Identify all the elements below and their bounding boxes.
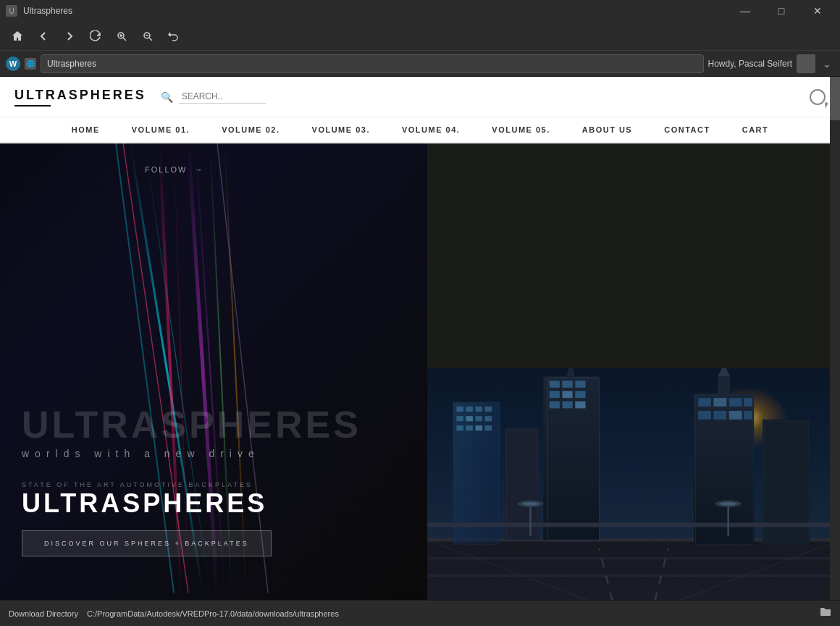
svg-rect-37: [485, 416, 492, 421]
cta-label: STATE OF THE ART AUTOMOTIVE BACKPLATES: [22, 481, 406, 488]
svg-rect-53: [550, 401, 560, 409]
app-icon: U: [6, 5, 17, 17]
svg-rect-40: [476, 425, 483, 430]
wordpress-icon[interactable]: W: [6, 57, 20, 71]
nav-contact[interactable]: CONTACT: [648, 117, 726, 142]
status-path: C:/ProgramData/Autodesk/VREDPro-17.0/dat…: [87, 609, 339, 618]
svg-rect-52: [575, 391, 585, 398]
svg-rect-34: [456, 416, 463, 421]
site-logo-block: ULTRASPHERES: [14, 88, 146, 107]
hero-right-bottom: [427, 368, 840, 600]
svg-rect-33: [485, 406, 492, 412]
refresh-button[interactable]: [84, 25, 107, 48]
cta-brand: ULTRASPHERES: [22, 488, 406, 519]
header-search: 🔍: [161, 90, 266, 104]
svg-rect-61: [713, 398, 726, 406]
nav-volume05[interactable]: VOLUME 05.: [476, 117, 566, 142]
maximize-button[interactable]: □: [765, 0, 798, 22]
follow-link[interactable]: FOLLOW →: [145, 165, 203, 174]
window-controls: — □ ✕: [728, 0, 834, 22]
svg-rect-31: [466, 406, 473, 412]
nav-volume02[interactable]: VOLUME 02.: [206, 117, 295, 142]
title-bar: U Ultraspheres — □ ✕: [0, 0, 840, 22]
svg-rect-38: [456, 425, 463, 430]
hero-right-top: [427, 143, 840, 368]
scroll-control[interactable]: ⌄: [820, 57, 834, 71]
svg-rect-47: [550, 381, 560, 388]
svg-rect-32: [476, 406, 483, 412]
zoom-in-button[interactable]: [110, 25, 133, 48]
browser-toolbar: [0, 22, 840, 51]
undo-button[interactable]: [162, 25, 185, 48]
svg-rect-58: [718, 377, 730, 396]
svg-rect-55: [575, 401, 585, 409]
website-frame: ULTRASPHERES 🔍 HOME VOLUME 01. VOLUME 02…: [0, 77, 840, 600]
svg-rect-65: [713, 411, 726, 420]
folder-icon[interactable]: [820, 606, 831, 620]
close-button[interactable]: ✕: [801, 0, 834, 22]
status-label: Download Directory: [9, 609, 78, 618]
nav-volume04[interactable]: VOLUME 04.: [386, 117, 476, 142]
svg-rect-49: [575, 381, 585, 388]
address-input[interactable]: [41, 54, 704, 73]
hero-cta-section: STATE OF THE ART AUTOMOTIVE BACKPLATES U…: [22, 481, 406, 556]
nav-volume01[interactable]: VOLUME 01.: [116, 117, 206, 142]
follow-arrow: →: [194, 165, 203, 174]
nav-about[interactable]: ABOUT US: [566, 117, 648, 142]
title-bar-left: U Ultraspheres: [6, 5, 72, 17]
svg-rect-44: [543, 377, 599, 541]
nav-cart[interactable]: CART: [726, 117, 785, 142]
address-bar-row: W 🌐 Howdy, Pascal Seifert ⌄: [0, 51, 840, 77]
nav-volume03[interactable]: VOLUME 03.: [296, 117, 386, 142]
svg-rect-36: [476, 416, 483, 421]
svg-rect-30: [456, 406, 463, 412]
howdy-text: Howdy, Pascal Seifert: [708, 59, 793, 69]
svg-rect-51: [562, 391, 572, 398]
svg-rect-63: [744, 398, 752, 406]
svg-rect-62: [729, 398, 742, 406]
svg-line-5: [149, 38, 152, 41]
hero-title-ghost: ULTRASPHERES: [22, 406, 406, 443]
search-icon: 🔍: [161, 91, 173, 103]
scrollbar-thumb[interactable]: [830, 77, 840, 120]
svg-rect-35: [466, 416, 473, 421]
home-button[interactable]: [6, 25, 29, 48]
zoom-out-button[interactable]: [136, 25, 159, 48]
svg-rect-41: [485, 425, 492, 430]
logo-underline: [14, 105, 51, 107]
svg-rect-64: [698, 411, 711, 420]
cursor-indicator: [810, 89, 826, 105]
hero-subtitle: worlds with a new drive: [22, 448, 406, 459]
svg-rect-66: [729, 411, 742, 420]
scrollbar-track[interactable]: [830, 77, 840, 600]
minimize-button[interactable]: —: [728, 0, 762, 22]
site-header: ULTRASPHERES 🔍: [0, 77, 840, 117]
site-nav: HOME VOLUME 01. VOLUME 02. VOLUME 03. VO…: [0, 117, 840, 143]
svg-point-74: [522, 502, 539, 506]
svg-rect-50: [550, 391, 560, 398]
forward-button[interactable]: [58, 25, 81, 48]
svg-rect-60: [698, 398, 711, 406]
svg-rect-70: [427, 522, 840, 527]
svg-rect-54: [562, 401, 572, 409]
hero-section: FOLLOW → ULTRASPHERES worlds with a new …: [0, 143, 840, 600]
svg-rect-39: [466, 425, 473, 430]
search-input[interactable]: [179, 90, 266, 104]
main-content: ULTRASPHERES 🔍 HOME VOLUME 01. VOLUME 02…: [0, 77, 840, 600]
cta-button[interactable]: DISCOVER OUR SPHERES + BACKPLATES: [22, 530, 272, 556]
hero-background: FOLLOW → ULTRASPHERES worlds with a new …: [0, 143, 427, 600]
hero-text-overlay: ULTRASPHERES worlds with a new drive STA…: [22, 406, 406, 556]
user-avatar: [797, 54, 815, 73]
howdy-section: Howdy, Pascal Seifert: [708, 54, 816, 73]
nav-home[interactable]: HOME: [56, 117, 116, 142]
hero-left: FOLLOW → ULTRASPHERES worlds with a new …: [0, 143, 427, 600]
svg-rect-71: [427, 542, 840, 600]
svg-line-1: [123, 38, 126, 41]
window-title: Ultraspheres: [23, 6, 72, 16]
city-skyline-svg: [427, 368, 840, 600]
svg-rect-67: [744, 411, 752, 420]
back-button[interactable]: [32, 25, 55, 48]
site-logo[interactable]: ULTRASPHERES: [14, 88, 146, 103]
follow-text: FOLLOW: [145, 165, 187, 174]
svg-rect-48: [562, 381, 572, 388]
